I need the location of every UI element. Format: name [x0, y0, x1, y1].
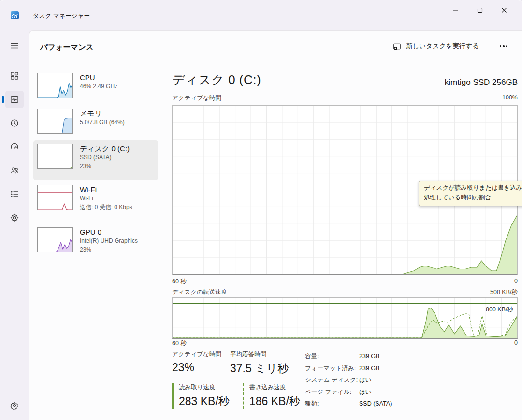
wifi-sparkline [37, 185, 73, 210]
processes-grid-icon [10, 71, 19, 81]
stat-label: 書き込み速度 [249, 383, 300, 392]
card-header: パフォーマンス 新しいタスクを実行する [29, 31, 522, 63]
chart2-max-label: 500 KB/秒 [490, 288, 518, 296]
disk-panel-header: ディスク 0 (C:) kimtigo SSD 256GB [172, 71, 518, 88]
maximize-button[interactable] [468, 0, 492, 20]
stat-avg-response: 平均応答時間 37.5 ミリ秒 [230, 350, 289, 376]
chart1-max-label: 100% [502, 94, 518, 102]
startup-gauge-icon [10, 142, 19, 152]
perf-item-title: CPU [80, 73, 117, 83]
task-manager-window: タスク マネージャー [0, 0, 522, 420]
active-time-chart-labels: アクティブな時間 100% [172, 94, 518, 102]
perf-item-title: ディスク 0 (C:) [80, 144, 130, 154]
perf-item-subtitle2: 23% [80, 246, 138, 254]
perf-item-title: Wi-Fi [80, 185, 132, 195]
new-task-icon [393, 42, 401, 51]
task-manager-app-icon [11, 11, 19, 19]
window-title: タスク マネージャー [33, 12, 90, 20]
sidebar-item-performance[interactable] [5, 91, 24, 108]
run-new-task-button[interactable]: 新しいタスクを実行する [388, 39, 484, 54]
perf-item-subtitle: Wi-Fi [80, 195, 132, 203]
gpu-sparkline [37, 227, 73, 252]
content-card: パフォーマンス 新しいタスクを実行する CPU 46% 2.49 GHz [29, 30, 522, 420]
disk-detail-rows: 容量:239 GB フォーマット済み:239 GB システム ディスク:はい ペ… [305, 350, 392, 410]
chart1-x-right: 0 [514, 278, 518, 286]
disk-sparkline [37, 144, 73, 169]
stat-value: 186 KB/秒 [249, 394, 300, 409]
gear-icon [10, 401, 19, 410]
sidebar-item-users[interactable] [5, 162, 24, 179]
chart1-axis: 60 秒 0 [172, 278, 518, 286]
perf-item-subtitle: 46% 2.49 GHz [80, 83, 117, 91]
detail-row: フォーマット済み:239 GB [305, 363, 392, 375]
sidebar-item-details[interactable] [5, 185, 24, 203]
menu-toggle-button[interactable] [5, 37, 24, 55]
perf-item-title: メモリ [80, 109, 125, 118]
performance-pulse-icon [10, 95, 19, 104]
selected-indicator [2, 96, 4, 103]
perf-item-title: GPU 0 [80, 227, 138, 237]
titlebar: タスク マネージャー [0, 0, 522, 30]
detail-row: 種類:SSD (SATA) [305, 398, 392, 410]
peak-scale-label: 800 KB/秒 [486, 306, 513, 314]
sidebar-item-startup-apps[interactable] [5, 138, 24, 155]
device-name: kimtigo SSD 256GB [445, 78, 518, 88]
perf-item-disk0[interactable]: ディスク 0 (C:) SSD (SATA) 23% [33, 140, 158, 180]
perf-item-memory[interactable]: メモリ 5.0/7.8 GB (64%) [33, 105, 158, 137]
performance-list: CPU 46% 2.49 GHz メモリ 5.0/7.8 GB (64%) ディ… [33, 70, 158, 261]
perf-item-subtitle2: 23% [80, 162, 130, 171]
detail-row: システム ディスク:はい [305, 374, 392, 386]
perf-item-subtitle: Intel(R) UHD Graphics [80, 237, 138, 246]
chart1-x-left: 60 秒 [172, 278, 187, 286]
perf-item-wifi[interactable]: Wi-Fi Wi-Fi 送信: 0 受信: 0 Kbps [33, 182, 158, 221]
detail-row: 容量:239 GB [305, 350, 392, 363]
sidebar-item-services[interactable] [5, 209, 24, 226]
stat-label: 平均応答時間 [230, 350, 289, 359]
perf-item-cpu[interactable]: CPU 46% 2.49 GHz [33, 70, 158, 101]
tooltip-line1: ディスクが読み取りまたは書き込み要 [424, 183, 522, 193]
stat-value: 23% [172, 361, 221, 374]
disk-title: ディスク 0 (C:) [172, 71, 261, 88]
perf-item-subtitle: 5.0/7.8 GB (64%) [80, 118, 125, 127]
app-history-clock-icon [10, 118, 19, 128]
chart2-label: ディスクの転送速度 [172, 288, 227, 296]
users-icon [10, 166, 19, 175]
chart2-x-right: 0 [514, 339, 518, 348]
services-gear-icon [10, 213, 19, 223]
settings-button[interactable] [5, 397, 24, 414]
page-title: パフォーマンス [40, 42, 94, 53]
sidebar-item-app-history[interactable] [5, 114, 24, 132]
detail-row: ページ ファイル:はい [305, 386, 392, 398]
run-new-task-label: 新しいタスクを実行する [406, 42, 479, 51]
tooltip-line2: 処理している時間の割合 [424, 193, 522, 203]
hamburger-icon [10, 41, 19, 51]
stat-read-speed: 読み取り速度 283 KB/秒 [172, 383, 230, 409]
more-options-button[interactable] [494, 39, 513, 54]
details-list-icon [10, 189, 19, 199]
chart2-x-left: 60 秒 [172, 339, 187, 348]
perf-item-gpu0[interactable]: GPU 0 Intel(R) UHD Graphics 23% [33, 224, 158, 261]
perf-item-subtitle2: 送信: 0 受信: 0 Kbps [80, 203, 132, 212]
cpu-sparkline [37, 73, 73, 98]
stat-active-time: アクティブな時間 23% [172, 350, 221, 374]
disk-stats: アクティブな時間 23% 平均応答時間 37.5 ミリ秒 読み取り速度 283 … [172, 350, 518, 420]
perf-item-subtitle: SSD (SATA) [80, 154, 130, 162]
header-divider [489, 41, 489, 52]
stat-write-speed: 書き込み速度 186 KB/秒 [243, 383, 300, 409]
stat-label: 読み取り速度 [179, 383, 230, 392]
chart1-label: アクティブな時間 [172, 94, 221, 102]
stat-value: 283 KB/秒 [179, 394, 230, 409]
memory-sparkline [37, 109, 73, 134]
stat-label: アクティブな時間 [172, 350, 221, 359]
chart2-axis: 60 秒 0 [172, 339, 518, 348]
transfer-chart-labels: ディスクの転送速度 500 KB/秒 [172, 288, 518, 296]
tooltip: ディスクが読み取りまたは書き込み要 処理している時間の割合 [419, 181, 522, 206]
sidebar-item-processes[interactable] [5, 67, 24, 84]
minimize-button[interactable] [444, 0, 468, 20]
transfer-rate-chart[interactable]: 800 KB/秒 [172, 297, 518, 339]
close-button[interactable] [492, 0, 516, 20]
nav-rail [0, 30, 29, 420]
stat-value: 37.5 ミリ秒 [230, 361, 289, 376]
window-controls [444, 0, 516, 20]
